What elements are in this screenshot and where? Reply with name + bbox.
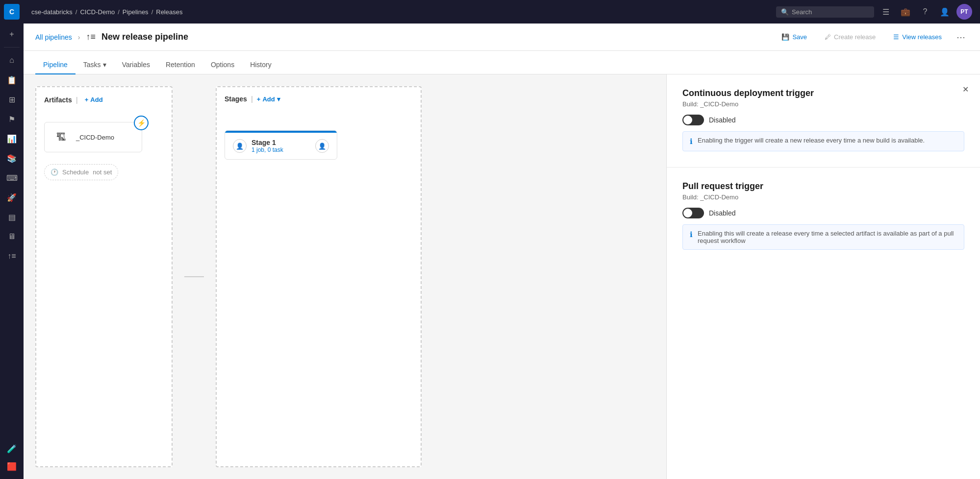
search-placeholder: Search: [792, 8, 812, 16]
box-red-icon[interactable]: 🟥: [3, 457, 21, 475]
save-label: Save: [792, 33, 807, 41]
pr-toggle-knob: [683, 209, 692, 217]
deploy-icon[interactable]: 🚀: [3, 189, 21, 206]
tab-variables[interactable]: Variables: [114, 56, 158, 74]
home-icon[interactable]: ⌂: [3, 51, 21, 69]
flask-icon[interactable]: 🧪: [3, 440, 21, 457]
briefcase-icon[interactable]: 💼: [898, 4, 913, 20]
sidebar: C + ⌂ 📋 ⊞ ⚑ 📊 📚 ⌨ 🚀 ▤ 🖥 ↑≡ 🧪 🟥: [0, 0, 24, 479]
pr-trigger-build: Build: _CICD-Demo: [682, 193, 964, 201]
breadcrumb: cse-databricks / CICD-Demo / Pipelines /…: [31, 8, 182, 16]
stage-card: 👤 Stage 1 1 job, 0 task 👤: [225, 130, 337, 160]
stage-card-body: 👤 Stage 1 1 job, 0 task 👤: [225, 133, 337, 159]
flag-icon[interactable]: ⚑: [3, 110, 21, 128]
cd-trigger-title: Continuous deployment trigger: [682, 88, 964, 98]
code-icon[interactable]: ⌨: [3, 169, 21, 187]
artifact-trigger-button[interactable]: ⚡: [134, 116, 149, 130]
search-box[interactable]: 🔍 Search: [776, 6, 874, 18]
tasks-dropdown-icon: ▾: [103, 61, 106, 69]
library-icon[interactable]: ▤: [3, 208, 21, 226]
save-button[interactable]: 💾 Save: [776, 30, 813, 44]
grid-icon[interactable]: ⊞: [3, 91, 21, 108]
breadcrumb-project[interactable]: CICD-Demo: [80, 8, 115, 16]
artifact-icon: 🏗: [52, 128, 70, 146]
breadcrumb-pipelines[interactable]: Pipelines: [123, 8, 149, 16]
pipeline-canvas: Artifacts | + Add 🏗 _CICD-Demo ⚡ 🕐: [24, 74, 666, 479]
stage-name: Stage 1: [251, 139, 310, 146]
breadcrumb-org[interactable]: cse-databricks: [31, 8, 73, 16]
more-button[interactable]: ⋯: [954, 29, 968, 46]
stage-info: Stage 1 1 job, 0 task: [251, 139, 310, 153]
layers-icon[interactable]: ↑≡: [3, 247, 21, 265]
list-view-icon[interactable]: ☰: [878, 4, 894, 20]
sidebar-logo[interactable]: C: [4, 4, 20, 20]
book-icon[interactable]: 📚: [3, 149, 21, 167]
page-title: New release pipeline: [101, 32, 188, 42]
view-releases-icon: ☰: [893, 33, 899, 41]
help-icon[interactable]: ?: [917, 4, 933, 20]
main-content: cse-databricks / CICD-Demo / Pipelines /…: [24, 0, 980, 479]
search-icon: 🔍: [781, 8, 789, 16]
tab-options[interactable]: Options: [203, 56, 242, 74]
pr-trigger-toggle[interactable]: [682, 208, 704, 218]
page-title-icon: ↑≡: [86, 32, 96, 42]
artifacts-stages-connector: [180, 86, 208, 467]
stages-content: 👤 Stage 1 1 job, 0 task 👤: [225, 111, 413, 160]
schedule-icon: 🕐: [50, 168, 58, 176]
stage-subtitle[interactable]: 1 job, 0 task: [251, 146, 310, 153]
all-pipelines-link[interactable]: All pipelines: [35, 33, 72, 41]
cd-trigger-toggle-label: Disabled: [709, 116, 735, 124]
view-releases-button[interactable]: ☰ View releases: [887, 30, 948, 44]
schedule-sublabel: not set: [93, 168, 112, 176]
header-breadcrumb-sep: ›: [78, 33, 80, 41]
nav-icons: ☰ 💼 ? 👤 PT: [878, 4, 972, 20]
panel-close-button[interactable]: ✕: [958, 82, 972, 96]
pr-trigger-info-text: Enabling this will create a release ever…: [698, 230, 957, 244]
create-release-button[interactable]: 🖉 Create release: [819, 30, 881, 44]
create-release-icon: 🖉: [825, 33, 831, 41]
stages-section: Stages | + Add ▾ 👤 Stage 1: [216, 86, 422, 467]
cd-trigger-toggle-row: Disabled: [682, 115, 964, 125]
cd-trigger-section: Continuous deployment trigger Build: _CI…: [682, 88, 964, 151]
cd-trigger-build: Build: _CICD-Demo: [682, 100, 964, 108]
save-icon: 💾: [781, 33, 789, 41]
cd-info-icon: ℹ: [690, 137, 693, 146]
monitor-icon[interactable]: 🖥: [3, 228, 21, 245]
sidebar-divider: [4, 47, 20, 48]
artifact-card[interactable]: 🏗 _CICD-Demo ⚡: [44, 122, 142, 152]
pr-info-icon: ℹ: [690, 230, 693, 244]
schedule-card[interactable]: 🕐 Schedule not set: [44, 164, 118, 180]
panel-divider: [667, 167, 980, 168]
pr-trigger-toggle-row: Disabled: [682, 208, 964, 218]
breadcrumb-releases[interactable]: Releases: [156, 8, 182, 16]
stages-title: Stages: [225, 95, 247, 103]
view-releases-label: View releases: [902, 33, 942, 41]
add-icon[interactable]: +: [3, 25, 21, 43]
page-header: All pipelines › ↑≡ New release pipeline …: [24, 24, 980, 51]
stages-add-dropdown-icon: ▾: [277, 96, 280, 103]
cd-trigger-toggle[interactable]: [682, 115, 704, 125]
content-area: Artifacts | + Add 🏗 _CICD-Demo ⚡ 🕐: [24, 74, 980, 479]
user-icon[interactable]: 👤: [937, 4, 953, 20]
tab-history[interactable]: History: [242, 56, 279, 74]
artifact-name: _CICD-Demo: [76, 134, 114, 141]
add-artifact-button[interactable]: + Add: [82, 95, 106, 104]
artifacts-section: Artifacts | + Add 🏗 _CICD-Demo ⚡ 🕐: [35, 86, 173, 467]
document-icon[interactable]: 📋: [3, 71, 21, 89]
pr-trigger-toggle-label: Disabled: [709, 209, 735, 217]
stage-pre-approver-icon[interactable]: 👤: [233, 139, 247, 153]
tab-pipeline[interactable]: Pipeline: [35, 56, 75, 74]
tab-tasks[interactable]: Tasks ▾: [75, 56, 114, 74]
stages-header: Stages | + Add ▾: [225, 95, 413, 103]
avatar[interactable]: PT: [956, 4, 972, 20]
pr-trigger-title: Pull request trigger: [682, 181, 964, 192]
add-stage-button[interactable]: + Add ▾: [257, 96, 280, 103]
right-panel: ✕ Continuous deployment trigger Build: _…: [666, 74, 980, 479]
artifacts-header: Artifacts | + Add: [44, 95, 164, 104]
cd-toggle-knob: [683, 116, 692, 124]
create-release-label: Create release: [834, 33, 876, 41]
chart-icon[interactable]: 📊: [3, 130, 21, 147]
stage-post-approver-icon[interactable]: 👤: [315, 139, 329, 153]
cd-trigger-info-text: Enabling the trigger will create a new r…: [698, 137, 925, 146]
tab-retention[interactable]: Retention: [158, 56, 203, 74]
